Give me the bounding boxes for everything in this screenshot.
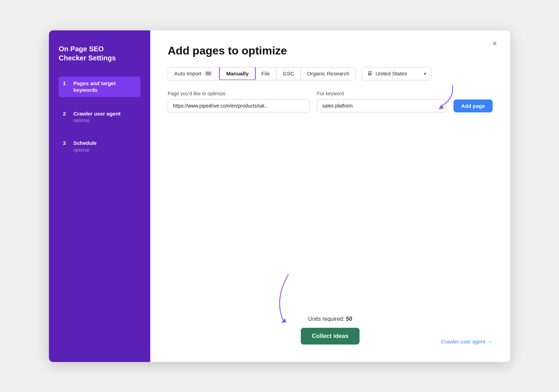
sidebar-item-number-3: 3 bbox=[63, 140, 69, 146]
tab-manually[interactable]: Manually bbox=[219, 67, 255, 80]
tab-auto-import[interactable]: Auto Import 50 bbox=[168, 67, 220, 80]
crawler-user-agent-link[interactable]: Crawler user agent → bbox=[441, 339, 493, 345]
chevron-down-icon: ▾ bbox=[424, 71, 426, 76]
tab-organic-research[interactable]: Organic Research bbox=[301, 67, 356, 80]
tab-bar: Auto Import 50 Manually File GSC Organic… bbox=[168, 67, 493, 80]
sidebar-item-schedule[interactable]: 3 Schedule optional bbox=[59, 136, 140, 156]
collect-ideas-button[interactable]: Collect ideas bbox=[301, 328, 360, 345]
keyword-input[interactable] bbox=[317, 99, 446, 112]
sidebar-item-number-1: 1 bbox=[63, 80, 69, 86]
tab-gsc[interactable]: GSC bbox=[276, 67, 301, 80]
main-content: × Add pages to optimize Auto Import 50 M… bbox=[150, 30, 510, 362]
close-button[interactable]: × bbox=[489, 38, 500, 49]
url-label: Page you'd like to optimize bbox=[168, 91, 310, 96]
sidebar-item-pages[interactable]: 1 Pages and target keywords bbox=[59, 76, 140, 97]
tab-manually-label: Manually bbox=[226, 71, 248, 76]
tab-group: Auto Import 50 Manually File GSC Organic… bbox=[168, 67, 356, 80]
country-select-inner: 🖥 United States bbox=[367, 70, 407, 77]
page-title: Add pages to optimize bbox=[168, 44, 493, 57]
country-select-value: United States bbox=[376, 71, 407, 76]
units-required-value: 50 bbox=[346, 316, 352, 322]
country-select[interactable]: 🖥 United States ▾ bbox=[362, 67, 431, 80]
monitor-icon: 🖥 bbox=[367, 70, 373, 77]
tab-auto-import-badge: 50 bbox=[204, 71, 213, 76]
keyword-label: For keyword bbox=[317, 91, 446, 96]
modal-wrapper: On Page SEO Checker Settings 1 Pages and… bbox=[49, 30, 510, 362]
sidebar-item-label-crawler: Crawler user agent bbox=[73, 110, 121, 117]
arrow-right-icon: → bbox=[487, 339, 493, 345]
sidebar-item-sublabel-schedule: optional bbox=[73, 147, 97, 153]
sidebar-item-sublabel-crawler: optional bbox=[73, 118, 121, 123]
units-required: Units required: 50 bbox=[308, 316, 352, 322]
tab-organic-research-label: Organic Research bbox=[307, 71, 349, 76]
crawler-link-label: Crawler user agent bbox=[441, 339, 485, 345]
add-page-button[interactable]: Add page bbox=[453, 99, 493, 112]
sidebar: On Page SEO Checker Settings 1 Pages and… bbox=[49, 30, 150, 362]
url-form-group: Page you'd like to optimize bbox=[168, 91, 310, 112]
tab-gsc-label: GSC bbox=[283, 71, 294, 76]
units-required-label: Units required: bbox=[308, 316, 344, 322]
tab-auto-import-label: Auto Import bbox=[174, 71, 202, 76]
form-row: Page you'd like to optimize For keyword … bbox=[168, 91, 493, 112]
sidebar-item-number-2: 2 bbox=[63, 111, 69, 117]
sidebar-title: On Page SEO Checker Settings bbox=[59, 44, 140, 62]
keyword-form-group: For keyword bbox=[317, 91, 446, 112]
sidebar-item-label-pages: Pages and target keywords bbox=[73, 80, 136, 94]
sidebar-item-crawler[interactable]: 2 Crawler user agent optional bbox=[59, 107, 140, 127]
url-input[interactable] bbox=[168, 99, 310, 112]
sidebar-item-label-schedule: Schedule bbox=[73, 140, 97, 147]
tab-file[interactable]: File bbox=[255, 67, 276, 80]
tab-file-label: File bbox=[261, 71, 270, 76]
